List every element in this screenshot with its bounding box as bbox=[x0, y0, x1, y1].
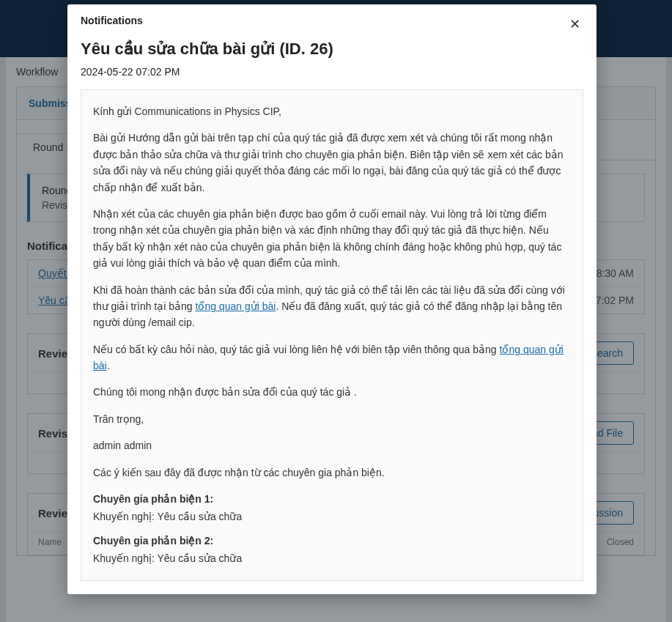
reviewer-block: Chuyên gia phản biện 1: Khuyến nghị: Yêu… bbox=[93, 491, 571, 525]
close-button[interactable]: ✕ bbox=[564, 13, 586, 35]
modal-title: Yêu cầu sửa chữa bài gửi (ID. 26) bbox=[67, 26, 597, 59]
modal-paragraph: Khi đã hoàn thành các bản sửa đổi của mì… bbox=[93, 282, 571, 331]
modal-paragraph: Chúng tôi mong nhận được bản sửa đổi của… bbox=[93, 384, 571, 400]
modal-paragraph: Nhận xét của các chuyên gia phản biện đư… bbox=[93, 206, 571, 272]
notification-modal: Notifications ✕ Yêu cầu sửa chữa bài gửi… bbox=[67, 4, 597, 594]
modal-reviewer-intro: Các ý kiến sau đây đã được nhận từ các c… bbox=[93, 464, 571, 481]
modal-header-title: Notifications bbox=[81, 15, 583, 26]
modal-signer: admin admin bbox=[93, 437, 571, 453]
reviewer-label: Chuyên gia phản biện 1: bbox=[93, 491, 571, 507]
modal-signoff: Trân trọng, bbox=[93, 411, 571, 427]
reviewer-recommendation: Khuyến nghị: Yêu cầu sửa chữa bbox=[93, 508, 571, 525]
modal-paragraph: Nếu có bất kỳ câu hỏi nào, quý tác giả v… bbox=[93, 341, 571, 374]
modal-greeting: Kính gửi Communications in Physics CIP, bbox=[93, 103, 571, 119]
reviewer-label: Chuyên gia phản biện 2: bbox=[93, 533, 571, 549]
modal-paragraph: Bài gửi Hướng dẫn gửi bài trên tạp chí c… bbox=[93, 130, 571, 196]
reviewer-recommendation: Khuyến nghị: Yêu cầu sửa chữa bbox=[93, 550, 571, 566]
modal-text: . bbox=[107, 360, 110, 371]
modal-body: Kính gửi Communications in Physics CIP, … bbox=[81, 89, 583, 581]
modal-header: Notifications ✕ bbox=[67, 4, 597, 26]
modal-timestamp: 2024-05-22 07:02 PM bbox=[67, 59, 597, 89]
reviewer-block: Chuyên gia phản biện 2: Khuyến nghị: Yêu… bbox=[93, 533, 571, 567]
modal-text: Nếu có bất kỳ câu hỏi nào, quý tác giả v… bbox=[93, 344, 500, 355]
submission-overview-link[interactable]: tổng quan gửi bài bbox=[196, 300, 276, 312]
